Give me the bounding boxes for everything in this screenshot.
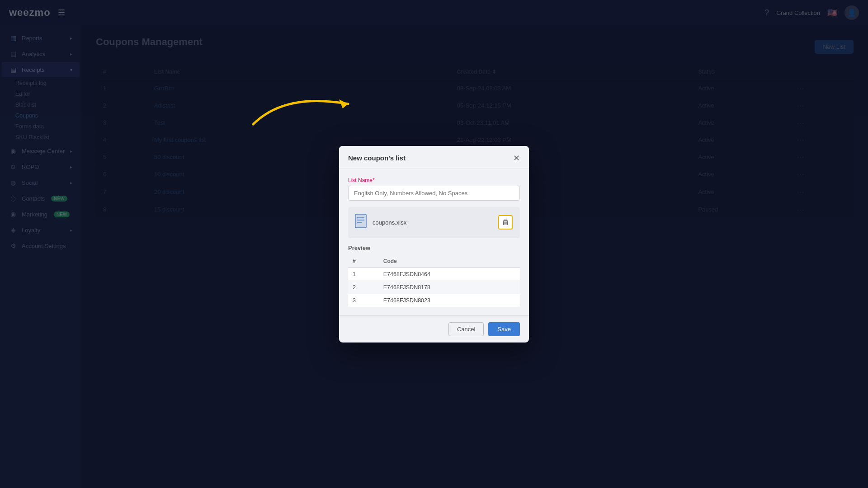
preview-row: 1 E7468FJSDN8464	[348, 267, 520, 281]
file-icon	[355, 213, 368, 232]
delete-file-button[interactable]	[498, 215, 513, 230]
modal-header: New coupon's list ✕	[339, 146, 529, 169]
cancel-button[interactable]: Cancel	[448, 322, 484, 336]
arrow-annotation	[240, 84, 366, 133]
modal-overlay: New coupon's list ✕ List Name*	[0, 0, 868, 488]
svg-rect-1	[355, 214, 366, 228]
preview-row: 2 E7468FJSDN8178	[348, 281, 520, 294]
modal-footer: Cancel Save	[339, 315, 529, 343]
svg-marker-0	[339, 99, 348, 108]
modal-title: New coupon's list	[348, 154, 406, 162]
list-name-input[interactable]	[348, 186, 520, 201]
file-upload-area: coupons.xlsx	[348, 207, 520, 238]
preview-col-num: #	[348, 255, 379, 268]
preview-col-code: Code	[379, 255, 520, 268]
modal-new-coupon-list: New coupon's list ✕ List Name*	[339, 146, 529, 343]
file-name: coupons.xlsx	[373, 219, 406, 226]
preview-table: # Code 1 E7468FJSDN8464 2 E7468FJSDN8178…	[348, 255, 520, 307]
preview-row: 3 E7468FJSDN8023	[348, 294, 520, 307]
modal-close-button[interactable]: ✕	[513, 154, 520, 162]
save-button[interactable]: Save	[488, 322, 520, 336]
svg-rect-7	[504, 220, 507, 221]
list-name-label: List Name*	[348, 177, 520, 183]
modal-body: List Name* coupons.xlsx	[339, 169, 529, 315]
preview-label: Preview	[348, 244, 520, 251]
